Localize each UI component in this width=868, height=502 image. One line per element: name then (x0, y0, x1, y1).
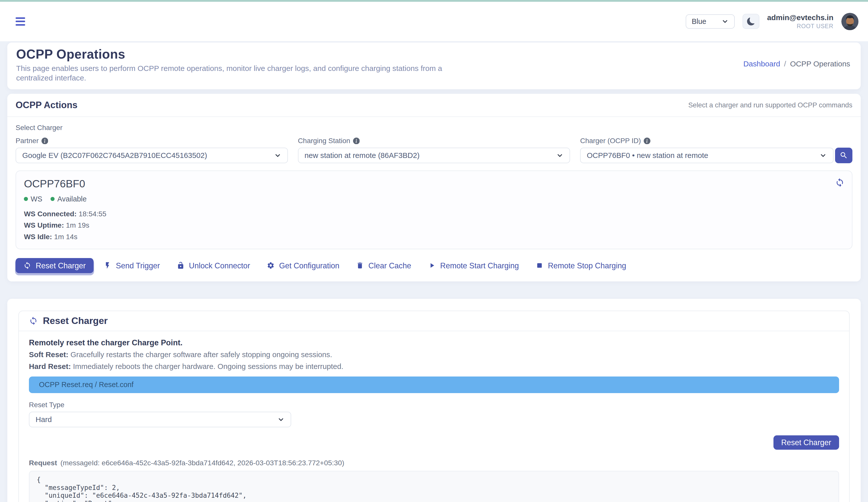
ws-connected-stat: WS Connected: 18:54:55 (24, 210, 844, 218)
chevron-down-icon (277, 416, 285, 423)
soft-reset-description: Soft Reset: Gracefully restarts the char… (29, 350, 839, 359)
breadcrumb-separator: / (784, 60, 786, 68)
page-header-card: OCPP Operations This page enables users … (7, 42, 861, 89)
request-json-block: { "messageTypeId": 2, "uniqueId": "e6ce6… (29, 471, 839, 502)
user-menu[interactable]: admin@evtechs.in ROOT USER (767, 13, 834, 30)
breadcrumb-current: OCPP Operations (790, 60, 850, 68)
request-header: Request(messageId: e6ce646a-452c-43a5-92… (29, 459, 839, 467)
charger-stats: WS Connected: 18:54:55 WS Uptime: 1m 19s… (24, 210, 844, 241)
bolt-icon (104, 262, 111, 269)
user-email: admin@evtechs.in (767, 13, 834, 22)
unlock-connector-button[interactable]: Unlock Connector (170, 258, 257, 273)
charging-station-label: Charging Station (298, 137, 350, 145)
info-icon[interactable] (353, 137, 360, 144)
reset-type-label: Reset Type (29, 401, 64, 409)
charger-selector-row: Partner Google EV (B2C07F062C7645A2B7910… (16, 137, 852, 163)
avatar[interactable] (841, 13, 859, 30)
reset-charger-card-header: Reset Charger (19, 311, 849, 331)
theme-select[interactable]: Blue (686, 14, 735, 29)
page-title: OCPP Operations (16, 48, 852, 61)
availability-badge: Available (51, 195, 86, 203)
request-meta: (messageId: e6ce646a-452c-43a5-92fa-3bda… (60, 459, 344, 467)
charger-badges: WS Available (24, 195, 844, 203)
sync-icon (23, 262, 31, 269)
select-charger-label: Select Charger (16, 124, 852, 132)
info-icon[interactable] (644, 137, 651, 144)
reset-type-select[interactable]: Hard (29, 412, 291, 427)
reset-intro: Remotely reset the charger Charge Point. (29, 338, 839, 348)
partner-select-value: Google EV (B2C07F062C7645A2B7910ECC45163… (22, 151, 207, 160)
ws-status-badge: WS (24, 195, 42, 203)
chevron-down-icon (556, 152, 564, 159)
page: Blue admin@evtechs.in ROOT USER (0, 0, 868, 502)
chevron-down-icon (274, 152, 281, 159)
unlock-icon (177, 262, 185, 269)
charger-ocpp-id-label: Charger (OCPP ID) (580, 137, 641, 145)
ocpp-actions-title: OCPP Actions (16, 100, 78, 110)
reset-charger-submit-button[interactable]: Reset Charger (774, 436, 839, 450)
user-role: ROOT USER (767, 23, 834, 30)
ocpp-actions-body: Select Charger Partner Google EV (B2C07F… (7, 117, 861, 281)
page-description: This page enables users to perform OCPP … (16, 64, 451, 82)
dark-mode-toggle[interactable] (743, 14, 760, 29)
reset-charger-card: Reset Charger Remotely reset the charger… (18, 311, 850, 502)
navbar: Blue admin@evtechs.in ROOT USER (0, 2, 868, 41)
sync-icon (29, 316, 38, 325)
partner-field: Partner Google EV (B2C07F062C7645A2B7910… (16, 137, 288, 163)
reset-charger-tab-button[interactable]: Reset Charger (16, 258, 94, 273)
charging-station-select[interactable]: new station at remote (86AF3BD2) (298, 147, 570, 163)
charger-ocpp-id-field: Charger (OCPP ID) OCPP76BF0 • new statio… (580, 137, 852, 163)
reset-charger-card-title: Reset Charger (43, 315, 108, 326)
ocpp-command-buttons: Reset Charger Send Trigger Unlock Connec… (16, 258, 852, 273)
play-icon (428, 262, 436, 269)
menu-toggle-icon[interactable] (16, 17, 25, 26)
chevron-down-icon (819, 152, 827, 159)
request-label: Request (29, 459, 57, 467)
charger-ocpp-id-select[interactable]: OCPP76BF0 • new station at remote (580, 147, 833, 163)
chevron-down-icon (721, 18, 729, 25)
avatar-image (841, 13, 859, 30)
charger-name: OCPP76BF0 (24, 178, 844, 190)
search-charger-button[interactable] (835, 147, 852, 163)
send-trigger-button[interactable]: Send Trigger (97, 258, 166, 273)
gear-icon (267, 262, 275, 269)
ws-uptime-stat: WS Uptime: 1m 19s (24, 221, 844, 229)
stop-icon (536, 262, 544, 269)
clear-cache-button[interactable]: Clear Cache (350, 258, 418, 273)
ocpp-actions-header: OCPP Actions Select a charger and run su… (7, 94, 861, 117)
charger-status-panel: OCPP76BF0 WS Available WS Connected: 18:… (16, 171, 852, 249)
charging-station-select-value: new station at remote (86AF3BD2) (304, 151, 420, 160)
charging-station-field: Charging Station new station at remote (… (298, 137, 570, 163)
remote-stop-charging-button[interactable]: Remote Stop Charging (529, 258, 633, 273)
top-accent-strip (0, 0, 868, 2)
refresh-status-button[interactable] (835, 178, 845, 187)
theme-select-value: Blue (692, 17, 706, 25)
get-configuration-button[interactable]: Get Configuration (260, 258, 346, 273)
charger-ocpp-id-select-value: OCPP76BF0 • new station at remote (587, 151, 708, 160)
reset-charger-card-body: Remotely reset the charger Charge Point.… (19, 331, 849, 502)
content: OCPP Operations This page enables users … (0, 41, 868, 502)
trash-icon (356, 262, 364, 269)
green-dot-icon (51, 197, 54, 201)
reset-type-select-value: Hard (36, 415, 52, 424)
reset-type-field: Reset Type Hard (29, 401, 839, 427)
ocpp-message-banner: OCPP Reset.req / Reset.conf (29, 377, 839, 393)
partner-select[interactable]: Google EV (B2C07F062C7645A2B7910ECC45163… (16, 147, 288, 163)
partner-label: Partner (16, 137, 39, 145)
navbar-right: Blue admin@evtechs.in ROOT USER (686, 13, 858, 30)
sync-icon (835, 178, 845, 187)
green-dot-icon (24, 197, 28, 201)
ocpp-actions-subtitle: Select a charger and run supported OCPP … (688, 101, 852, 109)
info-icon[interactable] (41, 137, 48, 144)
ocpp-actions-card: OCPP Actions Select a charger and run su… (7, 94, 861, 282)
breadcrumb-dashboard-link[interactable]: Dashboard (743, 60, 780, 68)
hard-reset-description: Hard Reset: Immediately reboots the char… (29, 362, 839, 371)
breadcrumb: Dashboard / OCPP Operations (743, 60, 850, 68)
moon-icon (747, 18, 755, 25)
reset-charger-section: Reset Charger Remotely reset the charger… (7, 299, 861, 502)
remote-start-charging-button[interactable]: Remote Start Charging (421, 258, 526, 273)
search-icon (840, 151, 848, 160)
ws-idle-stat: WS Idle: 1m 14s (24, 233, 844, 241)
